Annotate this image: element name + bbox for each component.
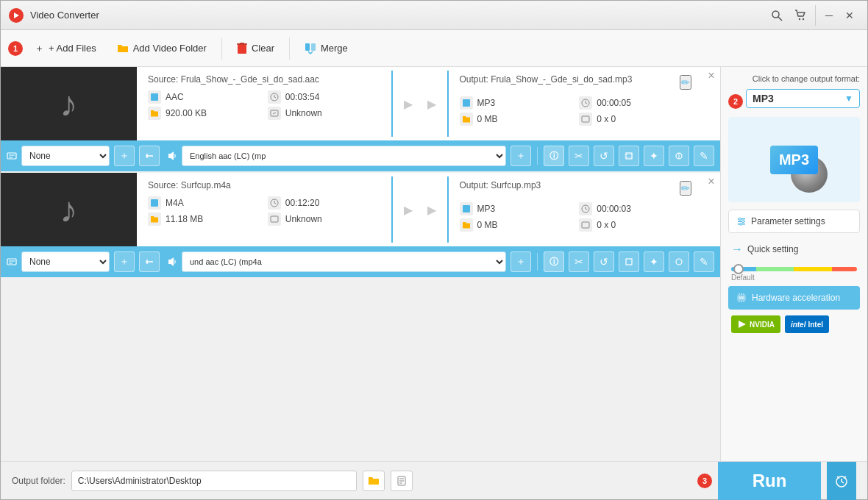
svg-rect-42 (582, 222, 589, 228)
svg-rect-6 (238, 45, 246, 54)
svg-line-16 (273, 113, 276, 114)
music-note-icon-2: ♪ (60, 190, 78, 230)
output-folder-label: Output folder: (12, 476, 65, 486)
hw-accel-button[interactable]: Hardware acceleration (728, 286, 860, 310)
history-button[interactable] (391, 471, 413, 491)
search-button[interactable] (765, 4, 789, 27)
info-button-1[interactable]: ⓘ (544, 146, 564, 166)
crop-button-1[interactable] (619, 146, 639, 166)
title-bar: Video Converter ─ ✕ (1, 1, 867, 30)
toolbar: 1 ＋ + Add Files Add Video Folder Clear (1, 30, 867, 67)
svg-rect-37 (271, 216, 278, 222)
schedule-button[interactable] (827, 462, 856, 500)
subtitle-select-1[interactable]: None (21, 146, 110, 166)
source-duration-item-2: 00:12:20 (268, 196, 380, 210)
edit-output-button-1[interactable]: ✏ (680, 75, 691, 90)
arrow-container-1: ▶ ▶ (393, 67, 447, 140)
quick-setting-label: Quick setting (747, 244, 798, 254)
badge-1: 1 (8, 41, 23, 56)
svg-line-36 (274, 203, 276, 204)
svg-rect-38 (463, 205, 470, 213)
cut-button-1[interactable]: ✂ (569, 146, 589, 166)
file-info-grid-1: AAC 00:03:54 (148, 90, 380, 120)
clear-button[interactable]: Clear (228, 35, 283, 62)
edit-output-button-2[interactable]: ✏ (680, 181, 691, 196)
resolution-icon-1 (268, 107, 281, 120)
ft-sep-2 (537, 253, 538, 271)
file-row-1: ♪ Source: Frula_Show_-_Gde_si_do_sad.aac (1, 67, 720, 140)
edit-button-2[interactable]: ✎ (694, 251, 714, 272)
merge-icon (305, 43, 316, 54)
output-clock-icon-1 (579, 96, 592, 110)
add-audio-button-1[interactable]: ＋ (511, 146, 531, 166)
slider-default-label: Default (731, 274, 857, 282)
output-header-2: Output: Surfcup.mp3 ✏ (460, 180, 692, 196)
badge-2: 2 (728, 94, 743, 109)
cut-button-2[interactable]: ✂ (569, 251, 589, 272)
svg-marker-27 (168, 151, 174, 160)
file-item-1: ♪ Source: Frula_Show_-_Gde_si_do_sad.aac (1, 67, 720, 171)
effects-button-1[interactable]: ✦ (644, 146, 664, 166)
watermark-button-1[interactable] (669, 146, 689, 166)
info-button-2[interactable]: ⓘ (544, 251, 564, 272)
quality-slider-thumb[interactable] (733, 264, 744, 274)
svg-line-41 (586, 209, 587, 210)
format-selector-text: MP3 (753, 93, 844, 104)
browse-folder-button[interactable] (363, 471, 385, 491)
arrow-container-2: ▶ ▶ (393, 173, 447, 246)
quick-setting-button[interactable]: → Quick setting (728, 238, 860, 261)
format-selector[interactable]: MP3 ▼ (746, 89, 860, 108)
crop-button-2[interactable] (619, 251, 639, 272)
intel-label-icon: intel (791, 321, 806, 329)
file-source-section-1: Source: Frula_Show_-_Gde_si_do_sad.aac A… (137, 67, 391, 140)
subtitle-style-button-1[interactable] (139, 146, 160, 166)
audio-select-1[interactable]: English aac (LC) (mp (182, 146, 506, 166)
file-close-button-2[interactable]: × (702, 173, 720, 190)
add-files-button[interactable]: ＋ + Add Files (26, 35, 105, 62)
quality-slider-track (731, 267, 857, 271)
add-subtitle-button-1[interactable]: ＋ (114, 146, 135, 166)
rotate-button-2[interactable]: ↺ (594, 251, 614, 272)
subtitle-select-2[interactable]: None (21, 251, 110, 272)
param-settings-button[interactable]: Parameter settings (728, 210, 860, 233)
svg-rect-9 (305, 43, 310, 51)
svg-line-72 (842, 482, 844, 483)
cart-button[interactable] (789, 4, 812, 27)
clock-icon-1 (268, 90, 281, 104)
edit-button-1[interactable]: ✎ (694, 146, 714, 166)
add-subtitle-button-2[interactable]: ＋ (114, 251, 135, 272)
output-path-input[interactable] (71, 471, 357, 491)
file-list-area: ♪ Source: Frula_Show_-_Gde_si_do_sad.aac (1, 67, 720, 461)
output-duration-item-1: 00:00:05 (579, 96, 691, 110)
output-label-2: Output: Surfcup.mp3 (460, 180, 676, 190)
watermark-button-2[interactable] (669, 251, 689, 272)
audio-select-2[interactable]: und aac (LC) (mp4a (182, 251, 506, 272)
run-button[interactable]: Run (718, 462, 821, 500)
format-icon-2 (148, 196, 161, 210)
format-preview: MP3 (728, 117, 860, 202)
source-resolution-item-1: Unknown (268, 107, 380, 120)
output-resolution-item-2: 0 x 0 (579, 218, 691, 232)
add-audio-button-2[interactable]: ＋ (511, 251, 531, 272)
merge-button[interactable]: Merge (296, 35, 357, 62)
file-close-button-1[interactable]: × (702, 67, 720, 85)
svg-rect-10 (311, 43, 316, 51)
subtitle-style-button-2[interactable] (139, 251, 160, 272)
output-folder-icon-2 (460, 218, 473, 232)
output-format-icon-2 (460, 202, 473, 215)
quick-setting-icon: → (731, 243, 743, 256)
svg-point-55 (742, 221, 744, 223)
file-middle-2: Source: Surfcup.m4a M4A (137, 173, 702, 246)
convert-arrow-4: ▶ (427, 203, 436, 217)
badge-3: 3 (697, 474, 712, 488)
effects-button-2[interactable]: ✦ (644, 251, 664, 272)
minimize-button[interactable]: ─ (819, 7, 839, 24)
svg-marker-65 (739, 321, 746, 328)
svg-marker-48 (168, 257, 174, 266)
param-settings-label: Parameter settings (751, 216, 825, 226)
output-clock-icon-2 (579, 202, 592, 215)
quality-slider-container: Default (728, 267, 860, 282)
rotate-button-1[interactable]: ↺ (594, 146, 614, 166)
add-folder-button[interactable]: Add Video Folder (108, 35, 216, 62)
close-button[interactable]: ✕ (839, 7, 860, 24)
